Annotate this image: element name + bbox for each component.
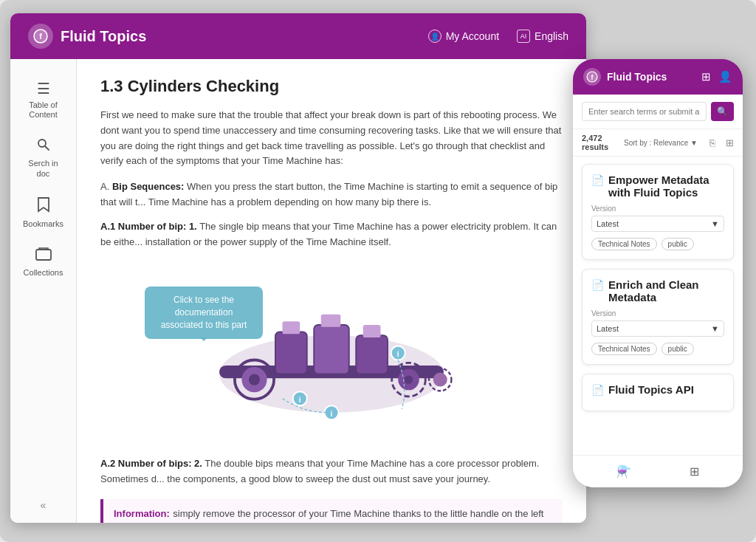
section-a1-bold: A.1 Number of bip: 1.	[100, 221, 197, 232]
language-icon: AI	[517, 30, 530, 43]
sort-by-label: Sort by : Relevance ▼	[624, 139, 698, 147]
section-a2-bold: A.2 Number of bips: 2.	[100, 458, 202, 469]
sidebar-item-collections[interactable]: Collections	[10, 238, 76, 287]
svg-rect-19	[321, 315, 341, 327]
card-2-version-value: Latest	[597, 324, 619, 333]
svg-text:f: f	[39, 32, 42, 41]
sidebar-item-table-of-content[interactable]: ☰ Table ofContent	[10, 71, 76, 128]
screenshot-wrapper: f Fluid Topics 👤 My Account AI English	[0, 0, 756, 542]
mobile-search-button[interactable]: 🔍	[711, 102, 734, 121]
card-3-title: Fluid Topics API	[608, 383, 694, 396]
mobile-header: f Fluid Topics ⊞ 👤	[573, 59, 743, 95]
mobile-header-icons: ⊞ 👤	[701, 70, 732, 83]
card-2-version-row: Version Latest ▼	[591, 309, 724, 337]
results-count: 2,472 results	[582, 134, 618, 151]
mobile-logo-icon: f	[583, 68, 601, 86]
content-paragraph-1: First we need to make sure that the trou…	[100, 108, 563, 169]
my-account-label: My Account	[446, 30, 499, 42]
result-card-api: 📄 Fluid Topics API	[582, 374, 734, 411]
page-title: 1.3 Cylinders Checking	[100, 77, 563, 96]
sort-chevron-icon[interactable]: ▼	[690, 139, 698, 147]
content-area: 1.3 Cylinders Checking First we need to …	[77, 59, 586, 523]
logo-text: Fluid Topics	[61, 28, 146, 45]
section-a-label: A. Bip Sequences: When you press the sta…	[100, 179, 563, 210]
desktop-body: ☰ Table ofContent Serch indoc	[10, 59, 586, 523]
section-a-bold: Bip Sequences:	[112, 181, 185, 192]
collections-label: Collections	[24, 268, 63, 278]
engine-illustration: Click to see the documentation associate…	[100, 264, 563, 442]
collections-icon	[35, 247, 52, 265]
logo-area: f Fluid Topics	[28, 24, 146, 49]
tag-technical-notes-2: Technical Notes	[591, 343, 657, 355]
header-nav: 👤 My Account AI English	[428, 30, 568, 43]
mobile-grid-icon[interactable]: ⊞	[701, 70, 711, 83]
svg-text:i: i	[299, 396, 301, 404]
card-2-version-chevron: ▼	[711, 324, 719, 333]
doc-icon-3: 📄	[591, 384, 604, 396]
toc-icon: ☰	[37, 80, 50, 97]
svg-point-12	[249, 374, 260, 385]
card-1-tags: Technical Notes public	[591, 238, 724, 250]
mobile-footer: ⚗️ ⊞	[573, 455, 743, 487]
grid-layout-icon[interactable]: ⊞	[690, 464, 699, 478]
svg-point-17	[433, 373, 447, 387]
my-account-nav[interactable]: 👤 My Account	[428, 30, 499, 43]
bookmarks-label: Bookmarks	[23, 219, 63, 229]
section-a2: A.2 Number of bips: 2. The double bips m…	[100, 456, 563, 487]
card-2-version-label: Version	[591, 309, 724, 318]
tooltip-bubble: Click to see the documentation associate…	[145, 287, 263, 338]
desktop-header: f Fluid Topics 👤 My Account AI English	[10, 13, 586, 59]
filter-icon[interactable]: ⚗️	[616, 464, 631, 478]
svg-rect-20	[363, 325, 381, 337]
svg-text:i: i	[331, 410, 333, 418]
svg-rect-9	[356, 336, 388, 374]
fluid-topics-logo-icon: f	[28, 24, 53, 49]
toc-label: Table ofContent	[29, 100, 58, 120]
svg-point-15	[405, 376, 413, 384]
result-card-enrich: 📄 Enrich and Clean Metadata Version Late…	[582, 269, 734, 365]
card-1-title: Empower Metadata with Fluid Topics	[608, 174, 724, 199]
mobile-content: 📄 Empower Metadata with Fluid Topics Ver…	[573, 157, 743, 455]
mobile-search-bar: 🔍	[573, 95, 743, 129]
mobile-search-input[interactable]	[582, 102, 707, 121]
sidebar-item-bookmarks[interactable]: Bookmarks	[10, 188, 76, 238]
section-a2-label: A.2 Number of bips: 2. The double bips m…	[100, 456, 563, 487]
tag-technical-notes-1: Technical Notes	[591, 238, 657, 250]
info-note: Information: simply remove the processor…	[100, 499, 563, 523]
sidebar-collapse-button[interactable]: «	[29, 487, 58, 523]
sidebar-item-search-in-doc[interactable]: Serch indoc	[10, 128, 76, 187]
section-a: A. Bip Sequences: When you press the sta…	[100, 179, 563, 210]
mobile-account-icon[interactable]: 👤	[718, 70, 732, 83]
export-icon[interactable]: ⊞	[726, 137, 734, 148]
section-a1-label: A.1 Number of bip: 1. The single bip mea…	[100, 219, 563, 250]
language-nav[interactable]: AI English	[517, 30, 568, 43]
language-label: English	[535, 30, 568, 42]
search-in-doc-label: Serch indoc	[28, 159, 58, 178]
card-2-tags: Technical Notes public	[591, 343, 724, 355]
info-label: Information:	[114, 508, 170, 519]
copy-icon[interactable]: ⎘	[709, 137, 715, 148]
mobile-logo-text: Fluid Topics	[607, 71, 695, 83]
mobile-device: f Fluid Topics ⊞ 👤 🔍 2,472 results Sort …	[573, 59, 743, 487]
info-text: simply remove the processor of your Time…	[114, 508, 543, 523]
svg-text:i: i	[397, 350, 399, 358]
card-1-version-select[interactable]: Latest ▼	[591, 216, 724, 232]
sidebar: ☰ Table ofContent Serch indoc	[10, 59, 77, 523]
svg-rect-18	[283, 322, 300, 335]
svg-rect-7	[275, 332, 307, 374]
card-2-title: Enrich and Clean Metadata	[608, 278, 724, 303]
tag-public-1: public	[662, 238, 694, 250]
card-1-version-label: Version	[591, 205, 724, 213]
card-1-version-row: Version Latest ▼	[591, 205, 724, 232]
doc-icon-1: 📄	[591, 174, 604, 186]
svg-rect-4	[36, 250, 51, 260]
card-3-title-area: 📄 Fluid Topics API	[591, 383, 724, 396]
sort-by-text: Sort by :	[624, 139, 651, 147]
card-2-version-select[interactable]: Latest ▼	[591, 320, 724, 337]
account-icon: 👤	[428, 30, 441, 43]
result-card-empower: 📄 Empower Metadata with Fluid Topics Ver…	[582, 164, 734, 260]
card-1-version-chevron: ▼	[711, 219, 719, 228]
search-icon	[36, 137, 51, 156]
doc-icon-2: 📄	[591, 279, 604, 291]
card-1-title-area: 📄 Empower Metadata with Fluid Topics	[591, 174, 724, 199]
